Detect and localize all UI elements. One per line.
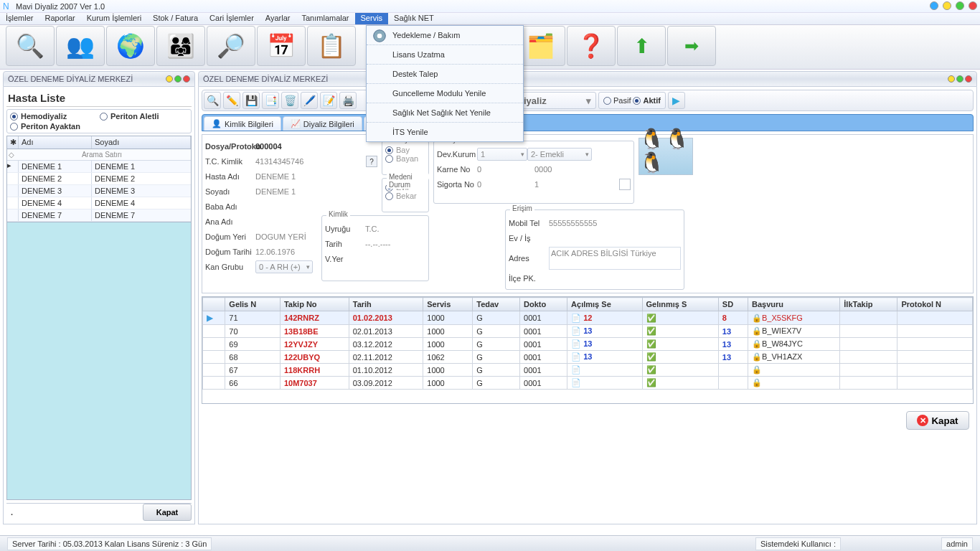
menu-stok[interactable]: Stok / Fatura [147, 13, 204, 24]
radio-periton-aletli[interactable] [100, 113, 108, 121]
close-x-icon: ✕ [917, 415, 928, 426]
toolbar-zoom-button[interactable]: 🔎 [207, 26, 255, 66]
toolbar-search-button[interactable]: 🔍 [6, 26, 55, 66]
kan-grubu-combo[interactable]: 0 - A RH (+) [255, 260, 313, 273]
radio-bayan[interactable] [385, 155, 393, 163]
minimize-icon[interactable] [166, 75, 173, 83]
col-select[interactable]: ✱ [7, 136, 19, 149]
grid-row[interactable]: ▶71142RNRZ01.02.20131000G0001📄 12✅8🔒B_X5… [203, 311, 973, 325]
menu-sagliknet[interactable]: Sağlık NET [388, 13, 440, 24]
grid-header[interactable]: Tarih [349, 298, 423, 311]
col-adi[interactable]: Adı [19, 136, 92, 149]
radio-pasif[interactable] [603, 97, 611, 105]
dializ-combo[interactable]: iyaliz [519, 92, 596, 109]
action-play-button[interactable]: ▶ [668, 92, 685, 109]
patient-row[interactable]: DENEME 2DENEME 2 [7, 173, 191, 185]
left-kapat-button[interactable]: Kapat [143, 504, 192, 521]
radio-hemodiyaliz[interactable] [10, 113, 18, 121]
maximize-icon[interactable] [956, 75, 963, 83]
toolbar-group-button[interactable]: 👨‍👩‍👧 [156, 26, 205, 66]
grid-header[interactable] [203, 298, 225, 311]
patient-photo[interactable]: 🐧🐧🐧 [639, 138, 693, 175]
minimize-icon[interactable] [948, 75, 955, 83]
menu-servis[interactable]: Servis [355, 13, 389, 24]
action-marker-button[interactable]: 🖊️ [301, 92, 318, 109]
grid-row[interactable]: 7013B18BE02.01.20131000G0001📄 13✅13🔒B_WI… [203, 325, 973, 338]
action-search-button[interactable]: 🔍 [204, 92, 221, 109]
grid-header[interactable]: Takip No [280, 298, 349, 311]
action-note-button[interactable]: 📝 [320, 92, 337, 109]
grid-row[interactable]: 68122UBYQ02.11.20121062G0001📄 13✅13🔒B_VH… [203, 351, 973, 364]
window-dot-yellow-icon[interactable] [943, 1, 951, 10]
status-server: Server Tarihi : 05.03.2013 Kalan Lisans … [7, 537, 212, 550]
action-copy-button[interactable]: 📑 [262, 92, 279, 109]
tc-query-button[interactable]: ? [366, 156, 377, 167]
menu-cari[interactable]: Cari İşlemler [204, 13, 260, 24]
radio-bay[interactable] [385, 146, 393, 154]
dropdown-its[interactable]: İTS Yenile [367, 123, 523, 141]
col-soyadi[interactable]: Soyadı [92, 136, 191, 149]
grid-header[interactable]: Dokto [520, 298, 567, 311]
window-dot-green-icon[interactable] [956, 1, 964, 10]
toolbar-users-button[interactable]: 👥 [56, 26, 105, 66]
detail-panel: Dosya/Protoko000004 T.C. Kimlik413143457… [202, 134, 974, 293]
action-print-button[interactable]: 🖨️ [339, 92, 357, 109]
devkurum-combo[interactable]: 1 [477, 148, 527, 161]
grid-row[interactable]: 67118KRRH01.10.20121000G0001📄 ✅🔒 [203, 364, 973, 377]
toolbar-settings-button[interactable]: 🗂️ [517, 26, 565, 66]
dropdown-lisans[interactable]: Lisans Uzatma [367, 45, 523, 65]
grid-header[interactable]: Gelis N [225, 298, 281, 311]
pasif-aktif-toggle[interactable]: Pasif Aktif [598, 92, 666, 109]
grid-header[interactable]: İlkTakip [840, 298, 897, 311]
action-delete-button[interactable]: 🗑️ [281, 92, 298, 109]
grid-header[interactable]: Gelınmış S [642, 298, 718, 311]
close-icon[interactable] [183, 75, 190, 83]
radio-aktif[interactable] [633, 97, 641, 105]
menu-islemler[interactable]: İşlemler [0, 13, 39, 24]
search-row[interactable]: ◇Arama Satırı [7, 149, 191, 161]
action-edit-button[interactable]: ✏️ [223, 92, 240, 109]
action-save-button[interactable]: 💾 [242, 92, 260, 109]
toolbar-clipboard-button[interactable]: 📋 [307, 26, 356, 66]
grid-header[interactable]: Başvuru [748, 298, 840, 311]
patient-row[interactable]: DENEME 4DENEME 4 [7, 197, 191, 209]
window-dot-red-icon[interactable] [969, 1, 977, 10]
close-icon[interactable] [965, 75, 972, 83]
dropdown-destek[interactable]: Destek Talep [367, 65, 523, 84]
grid-header[interactable]: Tedav [473, 298, 520, 311]
grid-header[interactable]: Açılmış Se [567, 298, 642, 311]
sessions-grid[interactable]: Gelis NTakip NoTarihServisTedavDoktoAçıl… [202, 296, 974, 404]
tab-kimlik[interactable]: 👤 Kimlik Bilgileri [204, 116, 281, 131]
dropdown-guncelleme[interactable]: Guncelleme Modulu Yenile [367, 84, 523, 103]
patient-row[interactable]: DENEME 7DENEME 7 [7, 209, 191, 222]
menu-ayarlar[interactable]: Ayarlar [260, 13, 296, 24]
toolbar-help-button[interactable]: ❓ [567, 26, 616, 66]
patient-row[interactable]: ▸DENEME 1DENEME 1 [7, 161, 191, 173]
dropdown-yedekleme[interactable]: Yedekleme / Bakım [367, 26, 523, 45]
maximize-icon[interactable] [174, 75, 182, 83]
right-kapat-button[interactable]: ✕Kapat [906, 411, 969, 430]
grid-header[interactable]: SD [718, 298, 748, 311]
tab-diyaliz[interactable]: 📈 Diyaliz Bilgileri [283, 116, 362, 131]
grid-row[interactable]: 6912YVJZY03.12.20121000G0001📄 13✅13🔒B_W8… [203, 338, 973, 351]
radio-periton-ayaktan[interactable] [10, 123, 18, 131]
toolbar-globe-button[interactable]: 🌍 [106, 26, 155, 66]
patient-row[interactable]: DENEME 3DENEME 3 [7, 185, 191, 197]
grid-header[interactable]: Protokol N [897, 298, 973, 311]
toolbar-exit-button[interactable]: ➡ [667, 26, 716, 66]
window-controls[interactable] [928, 1, 977, 11]
grid-row[interactable]: 6610M703703.09.20121000G0001📄 ✅🔒 [203, 377, 973, 390]
sigorta-box[interactable] [619, 179, 631, 190]
grid-header[interactable]: Servis [423, 298, 473, 311]
menu-raporlar[interactable]: Raporlar [39, 13, 81, 24]
window-dot-blue-icon[interactable] [930, 1, 938, 10]
toolbar-upload-button[interactable]: ⬆ [617, 26, 666, 66]
dropdown-sagliknet[interactable]: Sağlık Net Sağlık Net Yenile [367, 103, 523, 123]
menu-kurum[interactable]: Kurum İşlemleri [81, 13, 147, 24]
menu-tanimlamalar[interactable]: Tanımlamalar [296, 13, 354, 24]
toolbar-calendar-button[interactable]: 📅 [257, 26, 306, 66]
emekli-combo[interactable]: 2- Emekli [527, 148, 592, 161]
action-toolbar: 🔍 ✏️ 💾 📑 🗑️ 🖊️ 📝 🖨️ iyaliz Pasif Aktif ▶ [202, 90, 974, 111]
radio-bekar[interactable] [385, 192, 393, 200]
servis-dropdown[interactable]: Yedekleme / Bakım Lisans Uzatma Destek T… [366, 25, 524, 142]
